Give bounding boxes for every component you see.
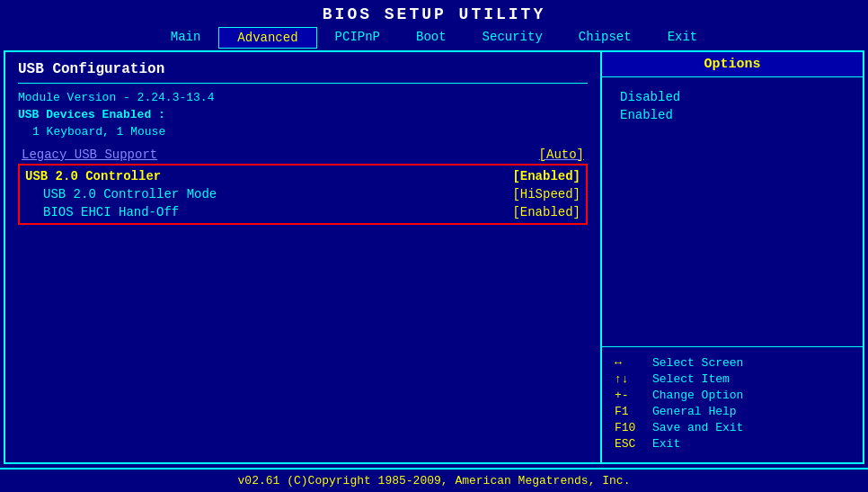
help-desc: Select Item — [652, 372, 730, 386]
help-desc: Exit — [652, 437, 680, 451]
bios-ehci-row[interactable]: BIOS EHCI Hand-Off [Enabled] — [22, 203, 584, 221]
menu-items: Legacy USB Support [Auto] USB 2.0 Contro… — [18, 146, 588, 225]
tab-security[interactable]: Security — [465, 27, 561, 49]
help-row: F10Save and Exit — [615, 421, 850, 434]
help-key: ↑↓ — [615, 372, 647, 386]
options-list: Disabled Enabled — [602, 77, 863, 346]
usb2-controller-label: USB 2.0 Controller — [25, 169, 161, 183]
help-key: ↔ — [615, 356, 647, 370]
usb2-mode-value: [HiSpeed] — [512, 187, 580, 201]
bios-ehci-label: BIOS EHCI Hand-Off — [43, 205, 179, 219]
right-panel: Options Disabled Enabled ↔Select Screen↑… — [602, 52, 863, 462]
help-desc: General Help — [652, 405, 737, 418]
selected-items-box: USB 2.0 Controller [Enabled] USB 2.0 Con… — [18, 164, 588, 225]
usb-devices-value: 1 Keyboard, 1 Mouse — [32, 125, 588, 139]
left-panel: USB Configuration Module Version - 2.24.… — [5, 52, 602, 462]
option-enabled[interactable]: Enabled — [620, 108, 845, 122]
help-row: ↑↓Select Item — [615, 372, 850, 386]
main-content: USB Configuration Module Version - 2.24.… — [4, 50, 864, 464]
help-row: +-Change Option — [615, 389, 850, 402]
legacy-usb-label: Legacy USB Support — [22, 148, 157, 162]
help-desc: Change Option — [652, 389, 743, 402]
tab-chipset[interactable]: Chipset — [561, 27, 650, 49]
section-title: USB Configuration — [18, 61, 588, 77]
option-disabled[interactable]: Disabled — [620, 90, 845, 104]
options-header: Options — [602, 52, 863, 77]
tab-boot[interactable]: Boot — [398, 27, 465, 49]
help-desc: Save and Exit — [652, 421, 743, 434]
footer: v02.61 (C)Copyright 1985-2009, American … — [0, 468, 868, 492]
tab-bar[interactable]: MainAdvancedPCIPnPBootSecurityChipsetExi… — [0, 25, 868, 50]
tab-main[interactable]: Main — [153, 27, 219, 49]
tab-advanced[interactable]: Advanced — [218, 27, 316, 49]
usb-devices-label: USB Devices Enabled : — [18, 108, 588, 121]
help-key: F10 — [615, 421, 647, 434]
help-key: +- — [615, 389, 647, 402]
usb2-controller-row[interactable]: USB 2.0 Controller [Enabled] — [22, 167, 584, 185]
help-row: ↔Select Screen — [615, 356, 850, 370]
legacy-usb-support-row[interactable]: Legacy USB Support [Auto] — [18, 146, 588, 164]
usb2-mode-row[interactable]: USB 2.0 Controller Mode [HiSpeed] — [22, 185, 584, 203]
help-section: ↔Select Screen↑↓Select Item+-Change Opti… — [602, 346, 863, 462]
legacy-usb-value: [Auto] — [539, 148, 584, 162]
usb2-controller-value: [Enabled] — [512, 169, 580, 183]
help-row: ESCExit — [615, 437, 850, 451]
tab-exit[interactable]: Exit — [650, 27, 716, 49]
tab-pcipnp[interactable]: PCIPnP — [317, 27, 398, 49]
title-bar: BIOS SETUP UTILITY — [0, 0, 868, 25]
help-desc: Select Screen — [652, 356, 743, 370]
help-row: F1General Help — [615, 405, 850, 418]
module-version: Module Version - 2.24.3-13.4 — [18, 91, 588, 104]
usb2-mode-label: USB 2.0 Controller Mode — [43, 187, 217, 201]
bios-title: BIOS SETUP UTILITY — [323, 5, 545, 23]
help-key: F1 — [615, 405, 647, 418]
section-divider — [18, 83, 588, 84]
bios-ehci-value: [Enabled] — [512, 205, 580, 219]
help-key: ESC — [615, 437, 647, 451]
